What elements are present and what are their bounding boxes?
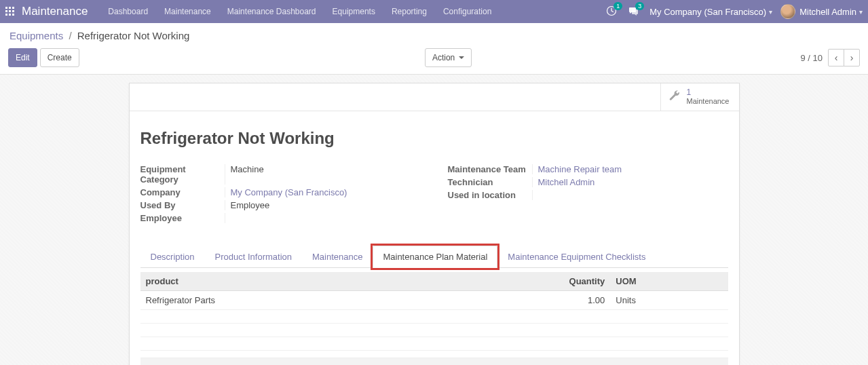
nav-configuration[interactable]: Configuration (435, 0, 499, 23)
pager-prev[interactable]: ‹ (828, 49, 844, 66)
label-used-in-location: Used in location (448, 190, 533, 200)
label-equipment-category: Equipment Category (140, 164, 225, 185)
svg-rect-0 (5, 7, 7, 9)
company-switcher[interactable]: My Company (San Francisco)▾ (649, 7, 772, 17)
nav-reporting[interactable]: Reporting (383, 0, 435, 23)
tab-maintenance-plan-material[interactable]: Maintenance Plan Material (373, 246, 497, 268)
th-quantity[interactable]: Quantity (493, 272, 610, 291)
activity-systray[interactable]: 1 (606, 5, 617, 18)
discuss-badge: 3 (635, 2, 644, 10)
stat-count: 1 (687, 88, 730, 97)
svg-rect-2 (12, 7, 14, 9)
th-uom[interactable]: UOM (610, 272, 728, 291)
svg-rect-3 (5, 10, 7, 12)
tab-product-information[interactable]: Product Information (205, 246, 302, 268)
user-menu[interactable]: Mitchell Admin▾ (780, 4, 863, 19)
tab-checklists[interactable]: Maintenance Equipment Checklists (497, 246, 656, 268)
breadcrumb-root[interactable]: Equipments (10, 30, 63, 41)
value-equipment-category: Machine (225, 164, 421, 174)
material-table: product Quantity UOM Refrigerator Parts … (140, 272, 728, 351)
page-title: Refrigerator Not Working (140, 129, 728, 148)
nav-maintenance-dashboard[interactable]: Maintenance Dashboard (219, 0, 324, 23)
table-row[interactable]: Refrigerator Parts 1.00 Units (140, 290, 728, 309)
pager-position[interactable]: 9 / 10 (800, 53, 823, 63)
nav-maintenance[interactable]: Maintenance (156, 0, 219, 23)
avatar (780, 4, 795, 19)
stat-label: Maintenance (687, 97, 730, 105)
caret-down-icon: ▾ (859, 8, 863, 16)
topnav-menu: Dashboard Maintenance Maintenance Dashbo… (100, 0, 499, 23)
cell-quantity: 1.00 (493, 290, 610, 309)
caret-down-icon: ▾ (769, 8, 772, 16)
wrench-icon (668, 89, 681, 104)
discuss-systray[interactable]: 3 (628, 5, 639, 18)
activity-badge: 1 (614, 2, 622, 10)
breadcrumb: Equipments / Refrigerator Not Working (0, 23, 868, 44)
app-brand[interactable]: Maintenance (19, 5, 100, 18)
nav-dashboard[interactable]: Dashboard (100, 0, 156, 23)
nav-equipments[interactable]: Equipments (324, 0, 383, 23)
svg-rect-1 (9, 7, 11, 9)
apps-icon[interactable] (5, 7, 15, 16)
tab-maintenance[interactable]: Maintenance (302, 246, 373, 268)
label-employee: Employee (140, 213, 225, 223)
label-used-by: Used By (140, 200, 225, 210)
cell-product: Refrigerator Parts (140, 290, 493, 309)
th-product[interactable]: product (140, 272, 493, 291)
label-technician: Technician (448, 177, 533, 187)
label-maintenance-team: Maintenance Team (448, 164, 533, 174)
stat-maintenance[interactable]: 1 Maintenance (660, 83, 739, 111)
action-dropdown[interactable]: Action (425, 48, 472, 67)
label-company: Company (140, 187, 225, 197)
value-used-by: Employee (225, 200, 421, 210)
cell-uom: Units (610, 290, 728, 309)
value-technician[interactable]: Mitchell Admin (533, 177, 728, 187)
svg-rect-6 (5, 14, 7, 16)
svg-rect-4 (9, 10, 11, 12)
value-company[interactable]: My Company (San Francisco) (225, 187, 421, 197)
pager-next[interactable]: › (844, 49, 860, 66)
value-maintenance-team[interactable]: Machine Repair team (533, 164, 728, 174)
svg-rect-7 (9, 14, 11, 16)
svg-rect-8 (12, 14, 14, 16)
tab-description[interactable]: Description (140, 246, 205, 268)
create-button[interactable]: Create (40, 48, 79, 67)
edit-button[interactable]: Edit (8, 48, 37, 67)
svg-rect-5 (12, 10, 14, 12)
tabs: Description Product Information Maintena… (140, 245, 728, 268)
breadcrumb-current: Refrigerator Not Working (77, 30, 190, 41)
